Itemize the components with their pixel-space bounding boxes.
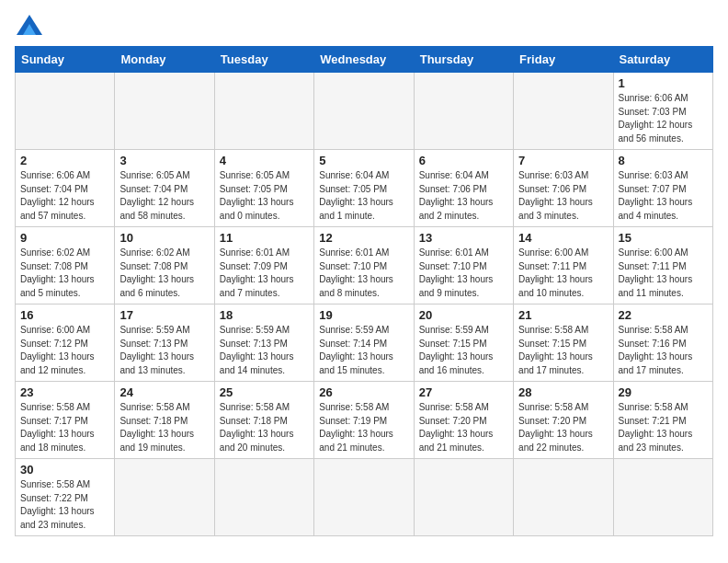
day-number: 19 xyxy=(319,308,408,322)
calendar-week-row: 2Sunrise: 6:06 AM Sunset: 7:04 PM Daylig… xyxy=(16,150,713,227)
day-number: 9 xyxy=(20,231,109,245)
calendar-cell: 25Sunrise: 5:58 AM Sunset: 7:18 PM Dayli… xyxy=(214,382,313,459)
calendar-cell: 27Sunrise: 5:58 AM Sunset: 7:20 PM Dayli… xyxy=(414,382,513,459)
day-info: Sunrise: 6:01 AM Sunset: 7:10 PM Dayligh… xyxy=(419,247,508,300)
day-number: 18 xyxy=(220,308,309,322)
calendar-week-row: 1Sunrise: 6:06 AM Sunset: 7:03 PM Daylig… xyxy=(16,73,713,150)
day-number: 6 xyxy=(419,154,508,167)
day-number: 29 xyxy=(619,385,708,399)
weekday-header-sunday: Sunday xyxy=(16,47,115,73)
day-number: 30 xyxy=(20,463,109,477)
weekday-header-friday: Friday xyxy=(514,47,613,73)
logo-icon xyxy=(17,15,42,35)
day-number: 20 xyxy=(419,308,508,322)
calendar-body: 1Sunrise: 6:06 AM Sunset: 7:03 PM Daylig… xyxy=(16,73,713,536)
day-info: Sunrise: 5:58 AM Sunset: 7:22 PM Dayligh… xyxy=(20,478,109,532)
day-number: 27 xyxy=(419,385,508,399)
calendar-cell: 21Sunrise: 5:58 AM Sunset: 7:15 PM Dayli… xyxy=(514,304,613,382)
calendar-cell: 19Sunrise: 5:59 AM Sunset: 7:14 PM Dayli… xyxy=(314,304,414,382)
page-header xyxy=(15,15,713,35)
calendar-cell: 8Sunrise: 6:03 AM Sunset: 7:07 PM Daylig… xyxy=(613,150,712,227)
calendar-cell: 11Sunrise: 6:01 AM Sunset: 7:09 PM Dayli… xyxy=(214,227,313,304)
calendar-cell: 18Sunrise: 5:59 AM Sunset: 7:13 PM Dayli… xyxy=(214,304,313,382)
calendar-header: SundayMondayTuesdayWednesdayThursdayFrid… xyxy=(16,47,713,73)
day-info: Sunrise: 5:59 AM Sunset: 7:13 PM Dayligh… xyxy=(220,324,309,377)
weekday-header-thursday: Thursday xyxy=(414,47,513,73)
weekday-header-tuesday: Tuesday xyxy=(214,47,313,73)
day-info: Sunrise: 5:58 AM Sunset: 7:15 PM Dayligh… xyxy=(518,324,608,377)
calendar-cell: 16Sunrise: 6:00 AM Sunset: 7:12 PM Dayli… xyxy=(16,304,115,382)
day-number: 21 xyxy=(518,308,608,322)
calendar-cell: 14Sunrise: 6:00 AM Sunset: 7:11 PM Dayli… xyxy=(514,227,613,304)
calendar-cell xyxy=(314,73,414,150)
calendar-cell: 3Sunrise: 6:05 AM Sunset: 7:04 PM Daylig… xyxy=(115,150,214,227)
weekday-header-wednesday: Wednesday xyxy=(314,47,414,73)
calendar-cell: 1Sunrise: 6:06 AM Sunset: 7:03 PM Daylig… xyxy=(613,73,712,150)
day-info: Sunrise: 5:58 AM Sunset: 7:16 PM Dayligh… xyxy=(619,324,708,377)
day-info: Sunrise: 6:05 AM Sunset: 7:05 PM Dayligh… xyxy=(220,169,309,223)
day-number: 7 xyxy=(518,154,608,167)
day-number: 3 xyxy=(119,154,209,167)
day-info: Sunrise: 6:05 AM Sunset: 7:04 PM Dayligh… xyxy=(119,169,209,223)
calendar-cell: 28Sunrise: 5:58 AM Sunset: 7:20 PM Dayli… xyxy=(514,382,613,459)
calendar-cell xyxy=(214,73,313,150)
day-number: 11 xyxy=(220,231,309,245)
day-number: 23 xyxy=(20,385,109,399)
day-number: 25 xyxy=(220,385,309,399)
day-number: 13 xyxy=(419,231,508,245)
day-number: 5 xyxy=(319,154,408,167)
day-info: Sunrise: 5:58 AM Sunset: 7:20 PM Dayligh… xyxy=(419,401,508,454)
calendar-cell: 9Sunrise: 6:02 AM Sunset: 7:08 PM Daylig… xyxy=(16,227,115,304)
calendar-cell: 2Sunrise: 6:06 AM Sunset: 7:04 PM Daylig… xyxy=(16,150,115,227)
calendar-cell: 12Sunrise: 6:01 AM Sunset: 7:10 PM Dayli… xyxy=(314,227,414,304)
calendar-cell xyxy=(414,73,513,150)
calendar-week-row: 30Sunrise: 5:58 AM Sunset: 7:22 PM Dayli… xyxy=(16,459,713,536)
day-info: Sunrise: 6:02 AM Sunset: 7:08 PM Dayligh… xyxy=(20,247,109,300)
calendar-cell: 17Sunrise: 5:59 AM Sunset: 7:13 PM Dayli… xyxy=(115,304,214,382)
day-number: 28 xyxy=(518,385,608,399)
day-number: 22 xyxy=(619,308,708,322)
day-info: Sunrise: 5:58 AM Sunset: 7:18 PM Dayligh… xyxy=(119,401,209,454)
day-info: Sunrise: 6:01 AM Sunset: 7:09 PM Dayligh… xyxy=(220,247,309,300)
day-number: 24 xyxy=(119,385,209,399)
calendar-cell: 22Sunrise: 5:58 AM Sunset: 7:16 PM Dayli… xyxy=(613,304,712,382)
day-info: Sunrise: 5:59 AM Sunset: 7:13 PM Dayligh… xyxy=(119,324,209,377)
day-info: Sunrise: 5:58 AM Sunset: 7:18 PM Dayligh… xyxy=(220,401,309,454)
calendar-cell xyxy=(314,459,414,536)
day-number: 2 xyxy=(20,154,109,167)
day-number: 12 xyxy=(319,231,408,245)
calendar-cell xyxy=(514,73,613,150)
day-info: Sunrise: 6:04 AM Sunset: 7:05 PM Dayligh… xyxy=(319,169,408,223)
calendar-week-row: 9Sunrise: 6:02 AM Sunset: 7:08 PM Daylig… xyxy=(16,227,713,304)
calendar-cell: 13Sunrise: 6:01 AM Sunset: 7:10 PM Dayli… xyxy=(414,227,513,304)
weekday-header-saturday: Saturday xyxy=(613,47,712,73)
day-info: Sunrise: 6:00 AM Sunset: 7:11 PM Dayligh… xyxy=(619,247,708,300)
day-info: Sunrise: 5:58 AM Sunset: 7:19 PM Dayligh… xyxy=(319,401,408,454)
calendar-cell: 26Sunrise: 5:58 AM Sunset: 7:19 PM Dayli… xyxy=(314,382,414,459)
calendar-cell: 23Sunrise: 5:58 AM Sunset: 7:17 PM Dayli… xyxy=(16,382,115,459)
day-number: 16 xyxy=(20,308,109,322)
day-number: 8 xyxy=(619,154,708,167)
calendar-cell xyxy=(115,459,214,536)
day-info: Sunrise: 6:02 AM Sunset: 7:08 PM Dayligh… xyxy=(119,247,209,300)
calendar-cell xyxy=(414,459,513,536)
day-number: 14 xyxy=(518,231,608,245)
weekday-header-row: SundayMondayTuesdayWednesdayThursdayFrid… xyxy=(16,47,713,73)
day-info: Sunrise: 5:59 AM Sunset: 7:15 PM Dayligh… xyxy=(419,324,508,377)
day-info: Sunrise: 6:00 AM Sunset: 7:12 PM Dayligh… xyxy=(20,324,109,377)
calendar-cell: 5Sunrise: 6:04 AM Sunset: 7:05 PM Daylig… xyxy=(314,150,414,227)
day-info: Sunrise: 5:59 AM Sunset: 7:14 PM Dayligh… xyxy=(319,324,408,377)
day-number: 26 xyxy=(319,385,408,399)
calendar-cell xyxy=(214,459,313,536)
day-info: Sunrise: 5:58 AM Sunset: 7:20 PM Dayligh… xyxy=(518,401,608,454)
calendar-cell: 7Sunrise: 6:03 AM Sunset: 7:06 PM Daylig… xyxy=(514,150,613,227)
day-number: 15 xyxy=(619,231,708,245)
calendar-cell: 29Sunrise: 5:58 AM Sunset: 7:21 PM Dayli… xyxy=(613,382,712,459)
calendar-cell: 15Sunrise: 6:00 AM Sunset: 7:11 PM Dayli… xyxy=(613,227,712,304)
day-info: Sunrise: 5:58 AM Sunset: 7:21 PM Dayligh… xyxy=(619,401,708,454)
day-info: Sunrise: 5:58 AM Sunset: 7:17 PM Dayligh… xyxy=(20,401,109,454)
day-info: Sunrise: 6:04 AM Sunset: 7:06 PM Dayligh… xyxy=(419,169,508,223)
calendar-cell: 24Sunrise: 5:58 AM Sunset: 7:18 PM Dayli… xyxy=(115,382,214,459)
day-info: Sunrise: 6:06 AM Sunset: 7:04 PM Dayligh… xyxy=(20,169,109,223)
day-number: 17 xyxy=(119,308,209,322)
